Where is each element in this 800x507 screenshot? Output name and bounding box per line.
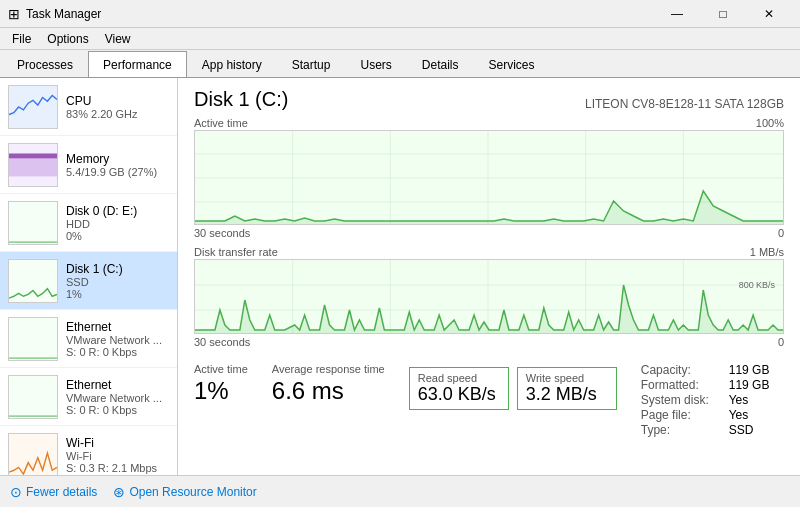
type-row: Type: SSD: [641, 423, 770, 437]
sidebar-item-disk0[interactable]: Disk 0 (D: E:) HDD 0%: [0, 194, 177, 252]
app-icon: ⊞: [8, 6, 20, 22]
page-file-label: Page file:: [641, 408, 721, 422]
memory-thumb: [8, 143, 58, 187]
chart2-svg: 800 KB/s: [195, 260, 783, 334]
formatted-label: Formatted:: [641, 378, 721, 392]
resource-monitor-icon: ⊛: [113, 484, 125, 500]
speed-boxes: Read speed 63.0 KB/s Write speed 3.2 MB/…: [409, 367, 617, 410]
sidebar-item-ethernet2[interactable]: Ethernet VMware Network ... S: 0 R: 0 Kb…: [0, 368, 177, 426]
chart1-label-right: 100%: [756, 117, 784, 129]
read-speed-label: Read speed: [418, 372, 500, 384]
disk1-thumb: [8, 259, 58, 303]
tab-app-history[interactable]: App history: [187, 51, 277, 77]
disk0-name: Disk 0 (D: E:): [66, 204, 169, 218]
disk-info: Capacity: 119 GB Formatted: 119 GB Syste…: [641, 363, 770, 437]
ethernet2-sub: VMware Network ...: [66, 392, 169, 404]
detail-header: Disk 1 (C:) LITEON CV8-8E128-11 SATA 128…: [194, 88, 784, 111]
open-resource-monitor-button[interactable]: ⊛ Open Resource Monitor: [113, 484, 256, 500]
page-file-row: Page file: Yes: [641, 408, 770, 422]
active-time-chart-section: Active time 100%: [194, 117, 784, 240]
menu-options[interactable]: Options: [39, 30, 96, 48]
svg-marker-18: [195, 191, 783, 225]
disk1-sub: SSD: [66, 276, 169, 288]
memory-sub: 5.4/19.9 GB (27%): [66, 166, 169, 178]
type-label: Type:: [641, 423, 721, 437]
read-speed-value: 63.0 KB/s: [418, 384, 500, 405]
ethernet2-info: Ethernet VMware Network ... S: 0 R: 0 Kb…: [66, 378, 169, 416]
disk1-name: Disk 1 (C:): [66, 262, 169, 276]
ethernet1-pct: S: 0 R: 0 Kbps: [66, 346, 169, 358]
chart1-svg: [195, 131, 783, 225]
ethernet2-pct: S: 0 R: 0 Kbps: [66, 404, 169, 416]
close-button[interactable]: ✕: [746, 0, 792, 28]
disk0-info: Disk 0 (D: E:) HDD 0%: [66, 204, 169, 242]
fewer-details-icon: ⊙: [10, 484, 22, 500]
avg-response-value: 6.6 ms: [272, 377, 385, 405]
chart1-time-left: 30 seconds: [194, 227, 250, 239]
svg-rect-6: [9, 318, 57, 360]
svg-rect-3: [9, 153, 57, 158]
tab-bar: Processes Performance App history Startu…: [0, 50, 800, 78]
cpu-name: CPU: [66, 94, 169, 108]
chart2-label-right: 1 MB/s: [750, 246, 784, 258]
tab-users[interactable]: Users: [345, 51, 406, 77]
read-speed-box: Read speed 63.0 KB/s: [409, 367, 509, 410]
title-bar: ⊞ Task Manager — □ ✕: [0, 0, 800, 28]
chart2-time-right: 0: [778, 336, 784, 348]
menu-view[interactable]: View: [97, 30, 139, 48]
tab-processes[interactable]: Processes: [2, 51, 88, 77]
memory-info: Memory 5.4/19.9 GB (27%): [66, 152, 169, 178]
active-time-chart: [194, 130, 784, 225]
wifi-thumb: [8, 433, 58, 476]
sidebar-item-ethernet1[interactable]: Ethernet VMware Network ... S: 0 R: 0 Kb…: [0, 310, 177, 368]
capacity-value: 119 GB: [729, 363, 770, 377]
ethernet2-name: Ethernet: [66, 378, 169, 392]
tab-performance[interactable]: Performance: [88, 51, 187, 77]
maximize-button[interactable]: □: [700, 0, 746, 28]
memory-name: Memory: [66, 152, 169, 166]
active-time-stat: Active time 1%: [194, 363, 248, 437]
wifi-pct: S: 0.3 R: 2.1 Mbps: [66, 462, 169, 474]
disk0-thumb: [8, 201, 58, 245]
wifi-name: Wi-Fi: [66, 436, 169, 450]
sidebar-item-cpu[interactable]: CPU 83% 2.20 GHz: [0, 78, 177, 136]
ethernet1-info: Ethernet VMware Network ... S: 0 R: 0 Kb…: [66, 320, 169, 358]
active-time-label: Active time: [194, 363, 248, 375]
svg-text:800 KB/s: 800 KB/s: [739, 280, 776, 290]
write-speed-box: Write speed 3.2 MB/s: [517, 367, 617, 410]
bottom-bar: ⊙ Fewer details ⊛ Open Resource Monitor: [0, 475, 800, 507]
ethernet1-thumb: [8, 317, 58, 361]
menu-file[interactable]: File: [4, 30, 39, 48]
wifi-sub: Wi-Fi: [66, 450, 169, 462]
tab-services[interactable]: Services: [474, 51, 550, 77]
fewer-details-button[interactable]: ⊙ Fewer details: [10, 484, 97, 500]
chart2-label-left: Disk transfer rate: [194, 246, 278, 258]
detail-title: Disk 1 (C:): [194, 88, 288, 111]
ethernet1-sub: VMware Network ...: [66, 334, 169, 346]
svg-rect-0: [9, 86, 57, 128]
cpu-thumb: [8, 85, 58, 129]
sidebar: CPU 83% 2.20 GHz Memory 5.4/19.9 GB (27%…: [0, 78, 178, 475]
write-speed-value: 3.2 MB/s: [526, 384, 608, 405]
tab-details[interactable]: Details: [407, 51, 474, 77]
transfer-rate-chart-section: Disk transfer rate 1 MB/s: [194, 246, 784, 349]
sidebar-item-memory[interactable]: Memory 5.4/19.9 GB (27%): [0, 136, 177, 194]
sidebar-item-disk1[interactable]: Disk 1 (C:) SSD 1%: [0, 252, 177, 310]
transfer-rate-chart: 800 KB/s: [194, 259, 784, 334]
system-disk-label: System disk:: [641, 393, 721, 407]
sidebar-item-wifi[interactable]: Wi-Fi Wi-Fi S: 0.3 R: 2.1 Mbps: [0, 426, 177, 475]
chart1-time-labels: 30 seconds 0: [194, 227, 784, 239]
svg-rect-5: [9, 260, 57, 302]
speed-stats: Read speed 63.0 KB/s Write speed 3.2 MB/…: [409, 363, 617, 437]
tab-startup[interactable]: Startup: [277, 51, 346, 77]
app-title: Task Manager: [26, 7, 101, 21]
write-speed-label: Write speed: [526, 372, 608, 384]
svg-rect-7: [9, 376, 57, 418]
main-content: CPU 83% 2.20 GHz Memory 5.4/19.9 GB (27%…: [0, 78, 800, 475]
chart2-time-labels: 30 seconds 0: [194, 336, 784, 348]
minimize-button[interactable]: —: [654, 0, 700, 28]
menu-bar: File Options View: [0, 28, 800, 50]
chart1-labels: Active time 100%: [194, 117, 784, 129]
avg-response-label: Average response time: [272, 363, 385, 375]
active-time-value: 1%: [194, 377, 248, 405]
